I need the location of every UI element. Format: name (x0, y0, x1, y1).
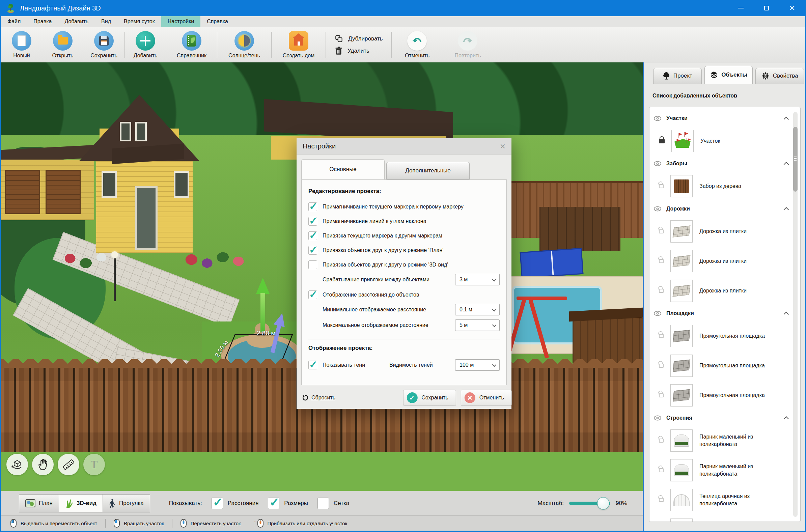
dialog-titlebar[interactable]: Настройки × (296, 138, 512, 154)
undo-button[interactable]: Отменить (392, 31, 442, 59)
object-row[interactable]: Прямоугольная площадка (653, 351, 789, 381)
max-distance-select[interactable]: 5 м (455, 320, 500, 331)
menu-daytime[interactable]: Время суток (117, 16, 161, 27)
maximize-icon (764, 6, 769, 11)
create-house-button[interactable]: Создать дом (272, 31, 326, 59)
show-distance-checkbox[interactable] (308, 290, 317, 299)
menu-file[interactable]: Файл (1, 16, 27, 27)
collapse-icon[interactable] (784, 162, 789, 167)
attic-window (135, 122, 147, 141)
max-distance-row: Максимальное отображаемое расстояние 5 м (308, 318, 500, 333)
snap-markers-checkbox[interactable] (308, 231, 317, 240)
object-row[interactable]: Парник маленький из поликарбоната (653, 455, 789, 485)
menu-add[interactable]: Добавить (58, 16, 95, 27)
tab-additional[interactable]: Дополнительные (386, 162, 469, 179)
lock-open-icon[interactable] (659, 229, 664, 233)
snap-objects-plan-checkbox[interactable] (308, 246, 317, 255)
menu-settings[interactable]: Настройки (161, 16, 200, 27)
object-row[interactable]: Парник маленький из поликарбоната (653, 426, 789, 455)
new-button[interactable]: Новый (1, 31, 42, 59)
collapse-icon[interactable] (784, 416, 789, 421)
lock-open-icon[interactable] (659, 364, 664, 368)
lock-open-icon[interactable] (659, 393, 664, 397)
reference-button[interactable]: Справочник (166, 31, 217, 59)
collapse-icon[interactable] (784, 207, 789, 212)
save-button[interactable]: Сохранить (83, 31, 124, 59)
close-button[interactable]: × (779, 0, 805, 16)
measure-tool[interactable] (58, 454, 79, 475)
eye-icon[interactable] (653, 311, 661, 316)
object-row[interactable]: Летняя кухня (653, 515, 789, 522)
shadow-visibility-select[interactable]: 100 м (455, 359, 500, 371)
menu-edit[interactable]: Правка (27, 16, 58, 27)
collapse-icon[interactable] (784, 116, 789, 122)
mode-walk-button[interactable]: Прогулка (102, 494, 150, 512)
object-row[interactable]: Дорожка из плитки (653, 276, 789, 306)
mode-3d-button[interactable]: 3D-вид (59, 494, 103, 512)
object-row[interactable]: Прямоугольная площадка (653, 381, 789, 410)
show-sizes-checkbox[interactable] (268, 498, 279, 509)
lock-open-icon[interactable] (659, 184, 664, 188)
save-settings-button[interactable]: ✓ Сохранить (403, 390, 456, 406)
move-arrow-green[interactable] (256, 278, 270, 331)
scale-slider-thumb[interactable] (597, 498, 609, 509)
dialog-close-icon[interactable]: × (500, 142, 505, 151)
lock-open-icon[interactable] (659, 289, 664, 293)
section-fences[interactable]: Заборы (653, 156, 789, 171)
minimize-button[interactable] (728, 0, 754, 16)
tab-main[interactable]: Основные (301, 159, 385, 179)
show-distances-checkbox[interactable] (212, 498, 223, 509)
reset-button[interactable]: Сбросить (302, 394, 335, 401)
section-pads[interactable]: Площадки (653, 306, 789, 321)
snap-objects-3d-checkbox[interactable] (308, 261, 317, 269)
checkbox-row: Примагничивание линий к углам наклона (308, 214, 500, 228)
sun-shadow-button[interactable]: Солнце/тень (217, 31, 271, 59)
show-shadows-checkbox[interactable] (308, 361, 317, 369)
object-row[interactable]: Теплица арочная из поликарбоната (653, 485, 789, 515)
open-button[interactable]: Открыть (42, 31, 83, 59)
lock-open-icon[interactable] (659, 334, 664, 338)
show-grid-checkbox[interactable] (318, 498, 329, 509)
objects-list-header: Список добавленных объектов (644, 84, 806, 103)
objects-scrollbar-thumb[interactable] (793, 127, 798, 192)
object-row[interactable]: Забор из дерева (653, 171, 789, 201)
tab-properties[interactable]: Свойства (755, 68, 804, 84)
magnet-first-marker-checkbox[interactable] (308, 203, 317, 211)
collapse-icon[interactable] (784, 311, 789, 317)
object-row[interactable]: Дорожка из плитки (653, 216, 789, 246)
tab-objects[interactable]: Объекты (705, 66, 753, 84)
eye-icon[interactable] (653, 116, 661, 121)
min-distance-select[interactable]: 0.1 м (455, 304, 500, 316)
object-row[interactable]: Прямоугольная площадка (653, 321, 789, 351)
walking-person-icon (109, 499, 116, 508)
delete-button[interactable]: Удалить (335, 46, 383, 55)
pan-tool[interactable] (32, 454, 54, 475)
eye-icon[interactable] (653, 415, 661, 421)
magnet-lines-checkbox[interactable] (308, 217, 317, 226)
menu-help[interactable]: Справка (200, 16, 234, 27)
section-buildings[interactable]: Строения (653, 410, 789, 426)
eye-icon[interactable] (653, 206, 661, 211)
maximize-button[interactable] (754, 0, 779, 16)
lock-closed-icon[interactable] (659, 139, 665, 144)
lock-open-icon[interactable] (659, 498, 664, 502)
duplicate-button[interactable]: Дублировать (335, 34, 383, 43)
eye-icon[interactable] (653, 161, 661, 166)
snap-distance-select[interactable]: 3 м (455, 274, 500, 285)
add-object-button[interactable]: Добавить (125, 31, 166, 59)
section-paths[interactable]: Дорожки (653, 201, 789, 216)
rotate-view-tool[interactable] (6, 454, 28, 475)
lock-open-icon[interactable] (659, 468, 664, 472)
lock-open-icon[interactable] (659, 439, 664, 443)
section-plots[interactable]: Участки (653, 111, 789, 126)
tab-project[interactable]: Проект (653, 68, 702, 84)
scale-slider[interactable] (569, 502, 610, 505)
cancel-settings-button[interactable]: ✕ Отменить (461, 390, 512, 406)
mode-plan-button[interactable]: План (19, 494, 59, 512)
object-row[interactable]: Дорожка из плитки (653, 246, 789, 276)
object-row[interactable]: Участок (653, 126, 789, 156)
lock-open-icon[interactable] (659, 259, 664, 263)
text-tool[interactable]: T (83, 454, 105, 475)
redo-icon (458, 31, 477, 51)
menu-view[interactable]: Вид (95, 16, 117, 27)
